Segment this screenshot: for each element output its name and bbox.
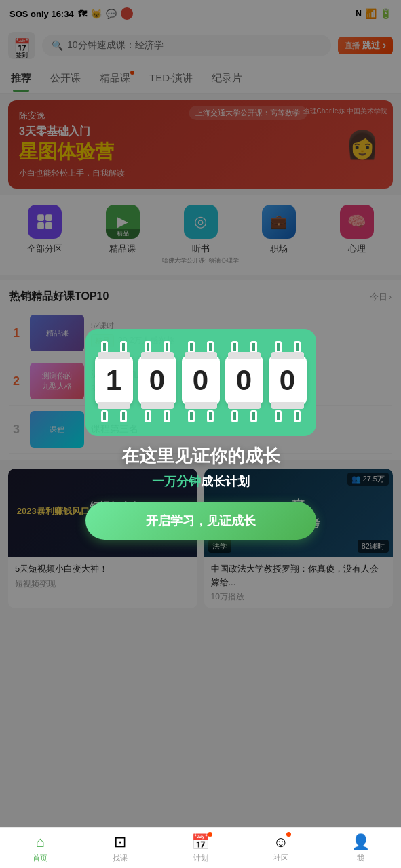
ring-6: [207, 341, 214, 353]
home-icon: ⌂: [35, 833, 44, 851]
ring-b7: [231, 410, 238, 422]
ring-b1: [101, 410, 108, 422]
nav-find[interactable]: ⊡ 找课: [80, 828, 160, 868]
ring-group-5: [269, 341, 307, 353]
community-icon: ☺: [273, 833, 288, 851]
ring-group-4: [225, 341, 263, 353]
digit-2: 0: [138, 356, 176, 405]
nav-home-label: 首页: [33, 853, 47, 863]
bottom-nav: ⌂ 首页 ⊡ 找课 📅 计划 ☺ 社区 👤 我: [0, 827, 401, 868]
ring-b10: [294, 410, 301, 422]
ring-group-3: [182, 341, 220, 353]
digit-3: 0: [182, 356, 220, 405]
ring-4: [164, 341, 170, 353]
ring-b8: [250, 410, 257, 422]
ring-b6: [207, 410, 214, 422]
sub-prefix: 一万分钟: [152, 475, 201, 488]
nav-community[interactable]: ☺ 社区: [241, 828, 321, 868]
ring-group-b2: [138, 410, 176, 422]
me-icon: 👤: [351, 833, 370, 851]
ring-2: [120, 341, 127, 353]
ring-9: [275, 341, 282, 353]
cta-button[interactable]: 开启学习，见证成长: [85, 502, 316, 540]
ring-group-2: [138, 341, 176, 353]
ring-group-b1: [95, 410, 133, 422]
ring-b2: [120, 410, 127, 422]
ring-7: [231, 341, 238, 353]
ring-group-b4: [225, 410, 263, 422]
nav-me-label: 我: [357, 853, 364, 863]
ring-group-1: [95, 341, 133, 353]
ring-b9: [275, 410, 282, 422]
ring-b5: [188, 410, 195, 422]
ring-group-b5: [269, 410, 307, 422]
ring-8: [250, 341, 257, 353]
overlay: 1 0 0 0 0: [0, 0, 401, 868]
digit-rings-bottom: [85, 410, 316, 422]
slogan-sub: 一万分钟成长计划: [152, 473, 250, 490]
digit-rings-top: [85, 341, 316, 353]
ring-b3: [145, 410, 151, 422]
nav-community-label: 社区: [273, 853, 288, 863]
ring-b4: [164, 410, 170, 422]
plan-icon: 📅: [191, 833, 210, 851]
nav-home[interactable]: ⌂ 首页: [0, 828, 80, 868]
counter-digits: 1 0 0 0 0: [95, 356, 307, 405]
ring-3: [145, 341, 151, 353]
ring-group-b3: [182, 410, 220, 422]
nav-plan[interactable]: 📅 计划: [160, 828, 240, 868]
slogan-text: 在这里见证你的成长: [121, 444, 280, 468]
nav-plan-label: 计划: [193, 853, 208, 863]
digit-5: 0: [269, 356, 307, 405]
digit-1: 1: [95, 356, 133, 405]
nav-find-label: 找课: [113, 853, 128, 863]
sub-highlight: 成长计划: [201, 475, 250, 488]
ring-10: [294, 341, 301, 353]
ring-5: [188, 341, 195, 353]
find-icon: ⊡: [114, 833, 126, 851]
counter-card: 1 0 0 0 0: [85, 329, 316, 436]
digit-4: 0: [225, 356, 263, 405]
nav-me[interactable]: 👤 我: [321, 828, 401, 868]
ring-1: [101, 341, 108, 353]
